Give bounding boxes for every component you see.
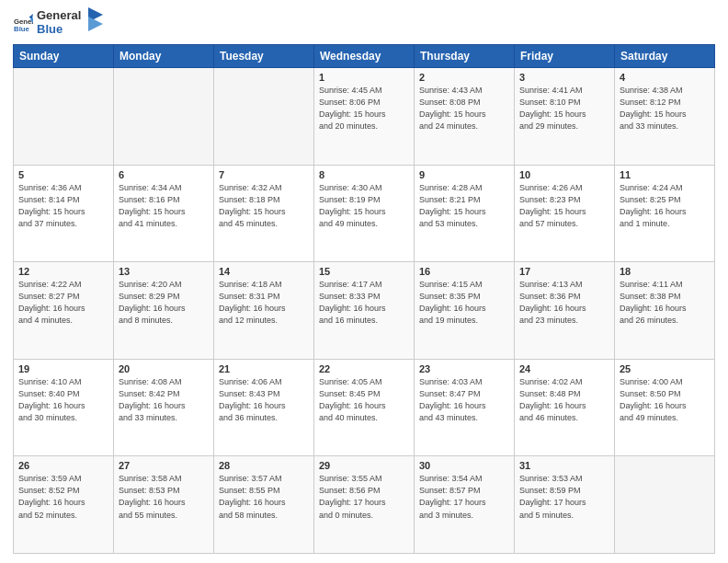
logo-line1: General <box>37 9 81 23</box>
calendar-cell: 11Sunrise: 4:24 AM Sunset: 8:25 PM Dayli… <box>615 165 715 262</box>
day-info: Sunrise: 4:32 AM Sunset: 8:18 PM Dayligh… <box>219 182 309 230</box>
day-info: Sunrise: 3:53 AM Sunset: 8:59 PM Dayligh… <box>519 473 609 521</box>
day-info: Sunrise: 3:54 AM Sunset: 8:57 PM Dayligh… <box>419 473 509 521</box>
day-info: Sunrise: 4:28 AM Sunset: 8:21 PM Dayligh… <box>419 182 509 230</box>
calendar-cell: 17Sunrise: 4:13 AM Sunset: 8:36 PM Dayli… <box>515 262 615 360</box>
day-info: Sunrise: 4:17 AM Sunset: 8:33 PM Dayligh… <box>319 279 409 327</box>
weekday-header-wednesday: Wednesday <box>314 44 415 67</box>
calendar-cell: 21Sunrise: 4:06 AM Sunset: 8:43 PM Dayli… <box>214 359 314 456</box>
calendar-week-row: 19Sunrise: 4:10 AM Sunset: 8:40 PM Dayli… <box>14 359 715 456</box>
calendar-cell: 22Sunrise: 4:05 AM Sunset: 8:45 PM Dayli… <box>314 359 415 456</box>
day-number: 12 <box>18 266 108 277</box>
day-info: Sunrise: 4:18 AM Sunset: 8:31 PM Dayligh… <box>219 279 309 327</box>
calendar-cell: 1Sunrise: 4:45 AM Sunset: 8:06 PM Daylig… <box>314 67 415 165</box>
day-info: Sunrise: 4:34 AM Sunset: 8:16 PM Dayligh… <box>119 182 209 230</box>
calendar-cell: 30Sunrise: 3:54 AM Sunset: 8:57 PM Dayli… <box>415 456 515 554</box>
calendar-table: SundayMondayTuesdayWednesdayThursdayFrid… <box>13 44 715 554</box>
svg-text:Blue: Blue <box>14 25 29 33</box>
calendar-cell: 6Sunrise: 4:34 AM Sunset: 8:16 PM Daylig… <box>114 165 214 262</box>
calendar-week-row: 1Sunrise: 4:45 AM Sunset: 8:06 PM Daylig… <box>14 67 715 165</box>
calendar-cell: 4Sunrise: 4:38 AM Sunset: 8:12 PM Daylig… <box>615 67 715 165</box>
weekday-header-thursday: Thursday <box>415 44 515 67</box>
calendar-cell: 8Sunrise: 4:30 AM Sunset: 8:19 PM Daylig… <box>314 165 415 262</box>
day-info: Sunrise: 4:08 AM Sunset: 8:42 PM Dayligh… <box>119 376 209 424</box>
calendar-week-row: 12Sunrise: 4:22 AM Sunset: 8:27 PM Dayli… <box>14 262 715 360</box>
logo: General Blue General Blue <box>13 9 103 37</box>
day-number: 16 <box>419 266 509 277</box>
day-number: 4 <box>620 72 710 83</box>
day-number: 23 <box>419 363 509 374</box>
calendar-cell: 13Sunrise: 4:20 AM Sunset: 8:29 PM Dayli… <box>114 262 214 360</box>
day-number: 29 <box>319 460 409 471</box>
calendar-cell: 20Sunrise: 4:08 AM Sunset: 8:42 PM Dayli… <box>114 359 214 456</box>
calendar-cell: 29Sunrise: 3:55 AM Sunset: 8:56 PM Dayli… <box>314 456 415 554</box>
day-info: Sunrise: 3:58 AM Sunset: 8:53 PM Dayligh… <box>119 473 209 521</box>
calendar-week-row: 5Sunrise: 4:36 AM Sunset: 8:14 PM Daylig… <box>14 165 715 262</box>
calendar-cell: 27Sunrise: 3:58 AM Sunset: 8:53 PM Dayli… <box>114 456 214 554</box>
day-number: 14 <box>219 266 309 277</box>
day-number: 11 <box>620 169 710 180</box>
day-info: Sunrise: 4:20 AM Sunset: 8:29 PM Dayligh… <box>119 279 209 327</box>
day-number: 7 <box>219 169 309 180</box>
day-number: 22 <box>319 363 409 374</box>
weekday-header-tuesday: Tuesday <box>214 44 314 67</box>
day-info: Sunrise: 4:30 AM Sunset: 8:19 PM Dayligh… <box>319 182 409 230</box>
page-header: General Blue General Blue <box>13 9 715 37</box>
calendar-cell: 14Sunrise: 4:18 AM Sunset: 8:31 PM Dayli… <box>214 262 314 360</box>
day-number: 15 <box>319 266 409 277</box>
calendar-week-row: 26Sunrise: 3:59 AM Sunset: 8:52 PM Dayli… <box>14 456 715 554</box>
day-info: Sunrise: 4:24 AM Sunset: 8:25 PM Dayligh… <box>620 182 710 230</box>
calendar-cell: 28Sunrise: 3:57 AM Sunset: 8:55 PM Dayli… <box>214 456 314 554</box>
day-number: 6 <box>119 169 209 180</box>
weekday-header-sunday: Sunday <box>14 44 114 67</box>
calendar-cell <box>214 67 314 165</box>
calendar-cell: 5Sunrise: 4:36 AM Sunset: 8:14 PM Daylig… <box>14 165 114 262</box>
day-number: 17 <box>519 266 609 277</box>
day-number: 27 <box>119 460 209 471</box>
day-number: 28 <box>219 460 309 471</box>
logo-line2: Blue <box>37 23 81 37</box>
calendar-cell <box>114 67 214 165</box>
calendar-cell: 15Sunrise: 4:17 AM Sunset: 8:33 PM Dayli… <box>314 262 415 360</box>
calendar-cell: 9Sunrise: 4:28 AM Sunset: 8:21 PM Daylig… <box>415 165 515 262</box>
day-number: 19 <box>18 363 108 374</box>
day-number: 13 <box>119 266 209 277</box>
calendar-cell: 31Sunrise: 3:53 AM Sunset: 8:59 PM Dayli… <box>515 456 615 554</box>
calendar-cell: 10Sunrise: 4:26 AM Sunset: 8:23 PM Dayli… <box>515 165 615 262</box>
calendar-cell: 3Sunrise: 4:41 AM Sunset: 8:10 PM Daylig… <box>515 67 615 165</box>
day-info: Sunrise: 4:11 AM Sunset: 8:38 PM Dayligh… <box>620 279 710 327</box>
day-number: 30 <box>419 460 509 471</box>
day-info: Sunrise: 4:06 AM Sunset: 8:43 PM Dayligh… <box>219 376 309 424</box>
calendar-cell: 18Sunrise: 4:11 AM Sunset: 8:38 PM Dayli… <box>615 262 715 360</box>
day-info: Sunrise: 4:26 AM Sunset: 8:23 PM Dayligh… <box>519 182 609 230</box>
day-info: Sunrise: 4:03 AM Sunset: 8:47 PM Dayligh… <box>419 376 509 424</box>
weekday-header-saturday: Saturday <box>615 44 715 67</box>
day-info: Sunrise: 3:57 AM Sunset: 8:55 PM Dayligh… <box>219 473 309 521</box>
day-number: 25 <box>620 363 710 374</box>
weekday-header-friday: Friday <box>515 44 615 67</box>
calendar-header-row: SundayMondayTuesdayWednesdayThursdayFrid… <box>14 44 715 67</box>
day-number: 2 <box>419 72 509 83</box>
weekday-header-monday: Monday <box>114 44 214 67</box>
day-info: Sunrise: 4:36 AM Sunset: 8:14 PM Dayligh… <box>18 182 108 230</box>
calendar-cell <box>615 456 715 554</box>
svg-marker-5 <box>88 17 103 31</box>
calendar-cell <box>14 67 114 165</box>
day-info: Sunrise: 4:13 AM Sunset: 8:36 PM Dayligh… <box>519 279 609 327</box>
day-info: Sunrise: 4:05 AM Sunset: 8:45 PM Dayligh… <box>319 376 409 424</box>
day-info: Sunrise: 4:45 AM Sunset: 8:06 PM Dayligh… <box>319 85 409 132</box>
day-info: Sunrise: 4:22 AM Sunset: 8:27 PM Dayligh… <box>18 279 108 327</box>
day-info: Sunrise: 4:02 AM Sunset: 8:48 PM Dayligh… <box>519 376 609 424</box>
day-number: 21 <box>219 363 309 374</box>
day-info: Sunrise: 3:59 AM Sunset: 8:52 PM Dayligh… <box>18 473 108 521</box>
day-info: Sunrise: 4:41 AM Sunset: 8:10 PM Dayligh… <box>519 85 609 132</box>
day-number: 8 <box>319 169 409 180</box>
day-number: 10 <box>519 169 609 180</box>
calendar-cell: 19Sunrise: 4:10 AM Sunset: 8:40 PM Dayli… <box>14 359 114 456</box>
day-number: 3 <box>519 72 609 83</box>
calendar-cell: 26Sunrise: 3:59 AM Sunset: 8:52 PM Dayli… <box>14 456 114 554</box>
calendar-cell: 7Sunrise: 4:32 AM Sunset: 8:18 PM Daylig… <box>214 165 314 262</box>
day-info: Sunrise: 3:55 AM Sunset: 8:56 PM Dayligh… <box>319 473 409 521</box>
day-number: 24 <box>519 363 609 374</box>
day-number: 1 <box>319 72 409 83</box>
